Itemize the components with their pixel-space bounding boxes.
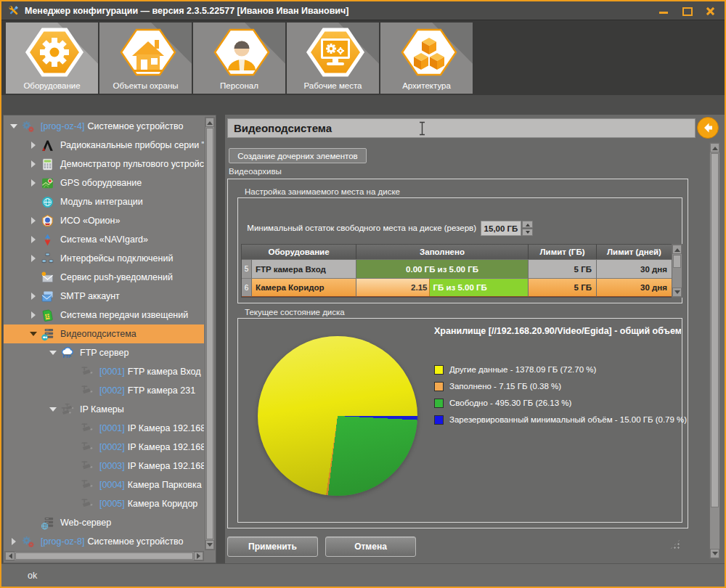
tree-item[interactable]: Web-сервер: [4, 513, 204, 532]
scroll-up-button[interactable]: [672, 245, 682, 254]
element-name-input[interactable]: Видеоподсистема: [227, 118, 696, 138]
scroll-down-button[interactable]: [205, 540, 214, 550]
tree-item[interactable]: [0001]IP Камера 192.168.20.25: [4, 419, 204, 438]
expander-icon[interactable]: [8, 538, 20, 545]
integration-globe-icon: [41, 195, 54, 209]
expander-icon[interactable]: [28, 293, 39, 300]
maximize-button[interactable]: [681, 6, 693, 16]
back-button[interactable]: [697, 117, 719, 139]
apply-button[interactable]: Применить: [227, 536, 318, 557]
main-panel: Видеоподсистема Создание дочерних элемен…: [225, 115, 725, 563]
tree-vertical-scrollbar[interactable]: [205, 117, 215, 550]
camera-icon: [80, 365, 94, 379]
spinner-down-button[interactable]: [522, 229, 533, 236]
scroll-thumb[interactable]: [15, 552, 193, 560]
table-vertical-scrollbar[interactable]: [672, 244, 682, 298]
resize-grip-icon[interactable]: [669, 539, 681, 550]
expander-icon[interactable]: [28, 179, 39, 187]
scroll-thumb[interactable]: [711, 153, 719, 507]
group-label-archives: Видеоархивы: [229, 167, 282, 176]
tree-item[interactable]: Интерфейсы подключений: [4, 249, 204, 268]
expander-icon[interactable]: [28, 311, 39, 319]
gears-icon: [21, 535, 35, 549]
tree-item[interactable]: Модуль интеграции: [4, 192, 204, 211]
expander-icon[interactable]: [28, 236, 39, 243]
fill-progress-cell: 2.15 ГБ из 5.00 ГБ: [356, 278, 529, 297]
scroll-thumb[interactable]: [206, 128, 213, 539]
tree-item[interactable]: [0002]IP Камера 192.168.20.23: [4, 438, 204, 457]
tree-item[interactable]: Сервис push-уведомлений: [4, 268, 204, 287]
table-header: Оборудование Заполнено Лимит (ГБ) Лимит …: [242, 245, 672, 259]
expander-icon[interactable]: [28, 160, 39, 168]
workstation-hexagon-icon: [302, 25, 364, 79]
reserve-value-input[interactable]: 15,00 ГБ: [481, 221, 521, 236]
expander-icon[interactable]: [47, 347, 59, 359]
column-header[interactable]: Заполнено: [356, 245, 529, 259]
tree-item-selected[interactable]: Видеоподсистема: [4, 324, 204, 343]
tree-item[interactable]: Система передачи извещений: [4, 306, 204, 324]
table-row-selected[interactable]: 6 Камера Коридор 2.15 ГБ из 5.00 ГБ 5 ГБ…: [242, 278, 672, 297]
tab-arhitektura[interactable]: Архитектура: [380, 23, 473, 94]
tree-item[interactable]: [0002]FTP камера 231: [4, 381, 204, 400]
arrow-left-icon: [701, 121, 715, 135]
tree-item[interactable]: [prog-oz-8]Системное устройство: [4, 532, 204, 550]
expander-icon[interactable]: [28, 142, 39, 149]
app-window: Менеджер конфигурации — версия 2.3.5.225…: [0, 0, 726, 588]
legend-item: Зарезервированный минимальный объём - 15…: [434, 415, 687, 425]
text-cursor-icon: [419, 121, 425, 136]
scroll-right-button[interactable]: [194, 552, 203, 560]
tree-item[interactable]: [prog-oz-4]Системное устройство: [4, 117, 204, 136]
tab-personal[interactable]: Персонал: [193, 23, 285, 94]
reserve-label: Минимальный остаток свободного места на …: [247, 224, 476, 232]
chart-legend: Другие данные - 1378.09 ГБ (72.70 %) Зап…: [434, 364, 687, 425]
tree-item[interactable]: Система «NAVIgard»: [4, 230, 204, 249]
table-row[interactable]: 5 FTP камера Вход 0.00 ГБ из 5.00 ГБ 5 Г…: [242, 259, 672, 278]
tree-item[interactable]: [0005]Камера Коридор: [4, 494, 204, 513]
tree-item[interactable]: ИСО «Орион»: [4, 211, 204, 230]
tree-item[interactable]: SMTP аккаунт: [4, 287, 204, 306]
chart-title: Хранилище [//192.168.20.90/Video/Egida] …: [434, 326, 681, 336]
tree-item[interactable]: GPS оборудование: [4, 173, 204, 192]
group-label-disk-state: Текущее состояние диска: [245, 308, 345, 317]
web-server-icon: [41, 516, 54, 530]
main-vertical-scrollbar[interactable]: [709, 142, 720, 559]
tree-item[interactable]: Радиоканальные приборы серии "L: [4, 136, 204, 155]
cubes-hexagon-icon: [396, 25, 458, 79]
tree-item[interactable]: IP Камеры: [4, 400, 204, 419]
tree-item[interactable]: [0001]FTP камера Вход: [4, 362, 204, 381]
tab-oborudovanie[interactable]: Оборудование: [6, 23, 98, 94]
fill-progress-cell: 0.00 ГБ из 5.00 ГБ: [356, 259, 529, 278]
ip-cameras-icon: [60, 403, 74, 417]
push-mail-icon: [41, 271, 54, 285]
scroll-down-button[interactable]: [710, 549, 719, 558]
column-header[interactable]: Лимит (дней): [597, 245, 672, 259]
tree-item[interactable]: [0003]IP Камера 192.168.20.23: [4, 457, 204, 475]
expander-icon[interactable]: [28, 328, 39, 340]
minimize-button[interactable]: [658, 6, 669, 16]
cancel-button[interactable]: Отмена: [325, 536, 416, 557]
archives-table: Оборудование Заполнено Лимит (ГБ) Лимит …: [241, 244, 672, 298]
tab-label: Персонал: [193, 81, 285, 90]
scroll-thumb[interactable]: [673, 255, 681, 268]
scroll-up-button[interactable]: [710, 143, 719, 152]
tree-item[interactable]: Демонстратор пультового устройст: [4, 155, 204, 173]
camera-icon: [80, 384, 94, 398]
tree-horizontal-scrollbar[interactable]: [4, 551, 204, 561]
expander-icon[interactable]: [47, 404, 59, 415]
tree-item[interactable]: [0004]Камера Парковка: [4, 475, 204, 494]
expander-icon[interactable]: [28, 217, 39, 224]
tab-rabochie-mesta[interactable]: Рабочие места: [287, 23, 379, 94]
expander-icon[interactable]: [28, 255, 39, 262]
scroll-up-button[interactable]: [205, 118, 214, 127]
disk-usage-pie-chart: [258, 336, 417, 496]
tree-item[interactable]: FTP сервер: [4, 343, 204, 362]
scroll-left-button[interactable]: [5, 552, 15, 560]
close-button[interactable]: [704, 6, 716, 16]
spinner-up-button[interactable]: [522, 221, 533, 228]
column-header[interactable]: Оборудование: [242, 245, 356, 259]
expander-icon[interactable]: [8, 121, 20, 132]
column-header[interactable]: Лимит (ГБ): [529, 245, 597, 259]
tab-obekty-ohrany[interactable]: Объекты охраны: [99, 23, 192, 94]
scroll-down-button[interactable]: [672, 287, 682, 297]
create-children-button[interactable]: Создание дочерних элементов: [229, 148, 367, 163]
